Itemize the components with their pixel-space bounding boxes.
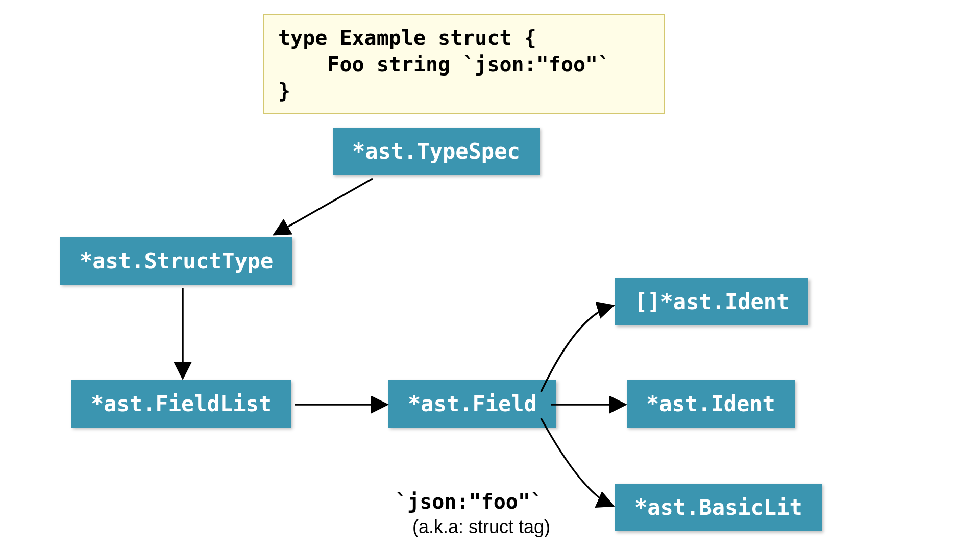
node-structtype: *ast.StructType [60,237,292,285]
node-typespec: *ast.TypeSpec [333,128,540,175]
node-identslice: []*ast.Ident [615,278,808,325]
node-fieldlist: *ast.FieldList [71,380,291,428]
node-basiclit: *ast.BasicLit [615,484,822,531]
arrow-field-basiclit [541,418,611,505]
node-field: *ast.Field [388,380,556,428]
annotation-aka: (a.k.a: struct tag) [412,516,550,538]
annotation-tag: `json:"foo"` [395,490,543,513]
node-ident: *ast.Ident [627,380,795,428]
code-block: type Example struct { Foo string `json:"… [263,14,665,114]
arrow-typespec-structtype [276,179,373,234]
arrow-field-identslice [541,306,611,392]
